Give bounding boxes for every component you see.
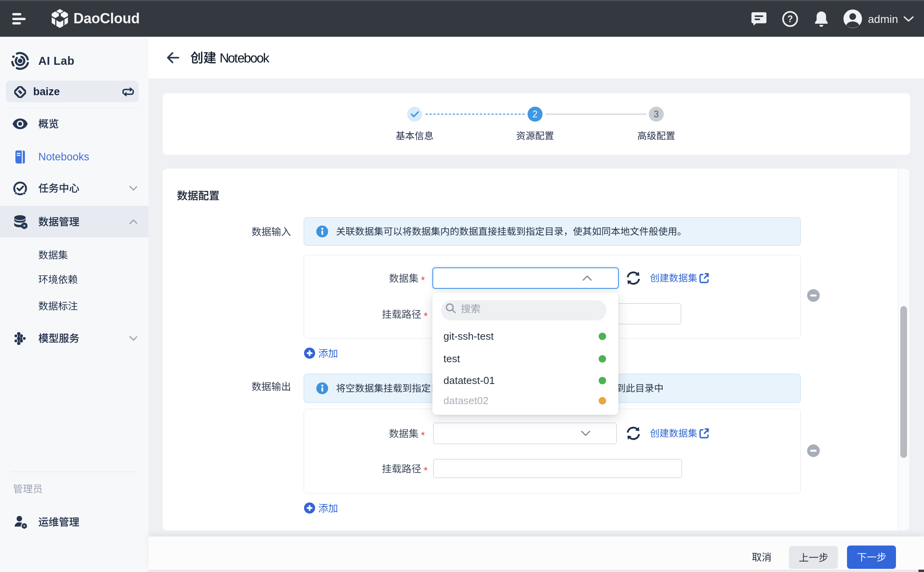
svg-text:?: ? — [787, 14, 793, 24]
svg-text:3: 3 — [654, 109, 659, 119]
svg-text:2: 2 — [533, 109, 538, 119]
